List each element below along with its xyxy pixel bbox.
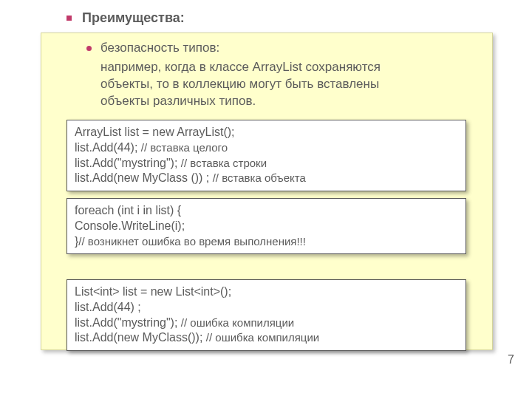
code-line: list.Add("mystring"); // ошибка компиляц… — [75, 316, 458, 331]
code-line: list.Add(44) ; — [75, 300, 458, 316]
code-block-3: List<int> list = new List<int>(); list.A… — [66, 279, 466, 351]
para-line-3: объекты различных типов. — [100, 94, 256, 108]
code-line: list.Add(new MyClass()); // ошибка компи… — [75, 330, 458, 346]
code-text: list.Add(new MyClass()); — [75, 331, 206, 344]
code-line: list.Add(new MyClass ()) ; // вставка об… — [75, 171, 458, 186]
code-line: list.Add("mystring"); // вставка строки — [75, 156, 458, 171]
page-number: 7 — [508, 353, 514, 366]
subheading-row: безопасность типов: — [86, 41, 219, 55]
code-block-2: foreach (int i in list) { Console.WriteL… — [66, 198, 466, 254]
code-line: ArrayList list = new ArrayList(); — [75, 125, 458, 140]
code-block-1: ArrayList list = new ArrayList(); list.A… — [66, 120, 466, 191]
dot-bullet-icon — [86, 46, 92, 51]
code-text: list.Add("mystring"); — [75, 157, 181, 169]
paragraph: например, когда в классе ArrayList сохра… — [100, 59, 455, 110]
heading-row: Преимущества: — [66, 10, 185, 26]
code-text: list.Add(44); — [75, 141, 141, 154]
code-line: List<int> list = new List<int>(); — [75, 284, 458, 300]
heading-text: Преимущества: — [82, 10, 185, 26]
code-line: list.Add(44); // вставка целого — [75, 140, 458, 156]
code-comment: // возникнет ошибка во время выполнения!… — [78, 235, 306, 248]
code-text: Console.WriteLine(i); — [75, 219, 185, 232]
code-comment: // вставка строки — [181, 157, 267, 169]
code-text: ArrayList list = new ArrayList(); — [75, 126, 235, 138]
subheading-text: безопасность типов: — [100, 41, 219, 55]
square-bullet-icon — [66, 16, 72, 21]
code-comment: // ошибка компиляции — [181, 316, 294, 329]
code-text: foreach (int i in list) { — [75, 204, 181, 216]
code-text: list.Add(44) ; — [75, 301, 141, 313]
code-line: }// возникнет ошибка во время выполнения… — [75, 234, 458, 250]
code-comment: // ошибка компиляции — [206, 331, 319, 344]
code-text: list.Add("mystring"); — [75, 316, 181, 329]
code-comment: // вставка объекта — [213, 171, 306, 184]
code-text: List<int> list = new List<int>(); — [75, 285, 231, 298]
code-text: list.Add(new MyClass ()) ; — [75, 171, 213, 184]
code-line: foreach (int i in list) { — [75, 203, 458, 219]
code-comment: // вставка целого — [141, 141, 228, 154]
para-line-1: например, когда в классе ArrayList сохра… — [100, 60, 381, 74]
para-line-2: объекты, то в коллекцию могут быть встав… — [100, 77, 379, 91]
code-line: Console.WriteLine(i); — [75, 219, 458, 234]
